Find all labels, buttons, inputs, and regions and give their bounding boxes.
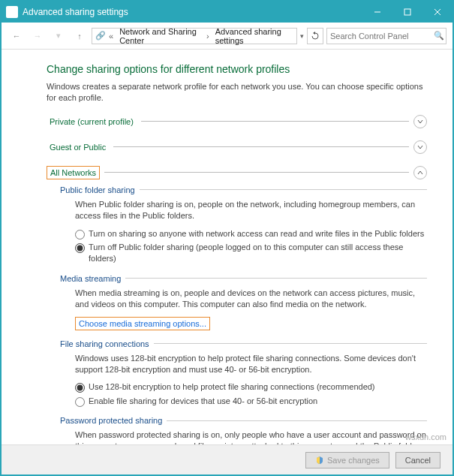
shield-icon [315,456,324,465]
media-title: Media streaming [60,274,121,283]
divider [167,420,427,421]
content-area: Change sharing options for different net… [2,50,452,444]
save-changes-button[interactable]: Save changes [305,452,389,468]
up-button[interactable]: ↑ [71,27,89,45]
public-folder-sharing: Public folder sharing When Public folder… [60,185,427,265]
window-title: Advanced sharing settings [23,7,362,17]
back-button[interactable]: ← [8,27,26,45]
forward-button[interactable]: → [29,27,47,45]
titlebar: Advanced sharing settings [2,2,452,23]
encryption-128[interactable]: Use 128-bit encryption to help protect f… [75,381,427,393]
crumb-current[interactable]: Advanced sharing settings [212,26,293,47]
section-all-label: All Networks [47,166,100,179]
public-folder-on[interactable]: Turn on sharing so anyone with network a… [75,228,427,240]
search-field[interactable] [330,32,434,41]
cancel-button[interactable]: Cancel [395,452,440,468]
footer: Save changes Cancel [2,444,452,474]
public-folder-title: Public folder sharing [60,185,135,194]
section-guest-label: Guest or Public [47,141,109,153]
media-desc: When media streaming is on, people and d… [75,288,427,311]
page-heading: Change sharing options for different net… [47,63,427,75]
divider [140,189,427,190]
file-sharing-connections: File sharing connections Windows uses 12… [60,339,427,408]
public-folder-off[interactable]: Turn off Public folder sharing (people l… [75,242,427,265]
svg-rect-1 [404,9,410,15]
encryption-40-56[interactable]: Enable file sharing for devices that use… [75,396,427,407]
chevron-left-icon[interactable]: « [107,32,115,41]
divider [113,146,409,147]
expand-guest-icon[interactable] [413,140,427,154]
media-streaming: Media streaming When media streaming is … [60,274,427,330]
password-desc: When password protected sharing is on, o… [75,429,427,444]
divider [125,278,427,279]
close-button[interactable] [422,2,452,23]
navbar: ← → ▾ ↑ 🔗 « Network and Sharing Center ›… [2,23,452,50]
recent-dropdown[interactable]: ▾ [50,27,68,45]
password-protected-sharing: Password protected sharing When password… [60,416,427,444]
refresh-button[interactable] [307,28,323,44]
crumb-network-center[interactable]: Network and Sharing Center [116,26,203,47]
divider [141,121,409,122]
minimize-button[interactable] [362,2,392,23]
section-all-networks[interactable]: All Networks [47,166,427,179]
page-description: Windows creates a separate network profi… [47,81,427,104]
divider [104,172,409,173]
collapse-all-icon[interactable] [413,166,427,179]
divider [154,343,427,344]
file-sharing-desc: Windows uses 128-bit encryption to help … [75,353,427,376]
file-sharing-title: File sharing connections [60,339,149,348]
section-private-label: Private (current profile) [47,116,137,128]
media-options-link[interactable]: Choose media streaming options... [75,317,210,330]
watermark: wsxdn.com [405,432,446,441]
section-guest[interactable]: Guest or Public [47,140,427,154]
network-icon: 🔗 [95,30,106,42]
maximize-button[interactable] [392,2,422,23]
section-private[interactable]: Private (current profile) [47,115,427,128]
breadcrumb[interactable]: 🔗 « Network and Sharing Center › Advance… [92,28,297,44]
search-icon[interactable]: 🔍 [434,31,444,41]
public-folder-desc: When Public folder sharing is on, people… [75,199,427,222]
chevron-right-icon: › [205,32,211,41]
expand-private-icon[interactable] [413,115,427,128]
search-input[interactable]: 🔍 [326,28,446,44]
control-panel-icon [6,6,18,18]
dropdown-icon[interactable]: ▾ [300,32,304,40]
password-title: Password protected sharing [60,416,162,425]
